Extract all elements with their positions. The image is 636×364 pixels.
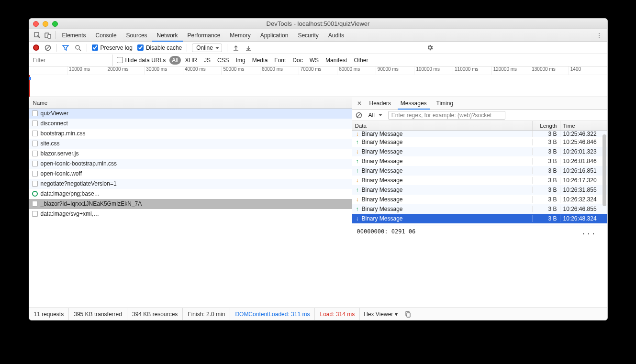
tab-sources[interactable]: Sources	[122, 29, 152, 41]
tab-headers[interactable]: Headers	[365, 97, 396, 109]
filter-icon[interactable]	[62, 44, 69, 52]
type-other[interactable]: Other	[351, 56, 370, 65]
type-font[interactable]: Font	[272, 56, 288, 65]
hex-viewer-select[interactable]: Hex Viewer▾	[360, 311, 402, 318]
disable-cache-label: Disable cache	[146, 44, 182, 51]
settings-gear-icon[interactable]	[426, 44, 434, 52]
request-name: negotiate?negotiateVersion=1	[41, 180, 117, 187]
type-css[interactable]: CSS	[215, 56, 232, 65]
message-row[interactable]: ↓Binary Message3 B10:26:01.323	[352, 147, 607, 156]
tab-network[interactable]: Network	[152, 29, 183, 41]
kebab-menu-icon[interactable]: ⋮	[594, 29, 604, 41]
col-length[interactable]: Length	[533, 121, 560, 130]
request-row[interactable]: site.css	[29, 139, 352, 149]
message-length: 3 B	[533, 131, 560, 137]
messages-scrollbar[interactable]	[602, 131, 607, 225]
request-row[interactable]: open-iconic.woff	[29, 169, 352, 179]
message-row[interactable]: ↑Binary Message3 B10:26:46.855	[352, 204, 607, 214]
tab-elements[interactable]: Elements	[57, 29, 91, 41]
request-name: bootstrap.min.css	[41, 130, 86, 137]
request-row[interactable]: open-iconic-bootstrap.min.css	[29, 159, 352, 169]
upload-har-icon[interactable]	[232, 44, 240, 52]
message-row[interactable]: ↑Binary Message3 B10:26:31.855	[352, 185, 607, 195]
arrow-up-icon: ↑	[355, 139, 360, 145]
tab-audits[interactable]: Audits	[324, 29, 349, 41]
clear-messages-icon[interactable]	[355, 111, 363, 119]
tab-timing[interactable]: Timing	[432, 97, 458, 109]
message-row[interactable]: ↑Binary Message3 B10:25:46.846	[352, 137, 607, 147]
throttling-value: Online	[196, 44, 213, 51]
type-all[interactable]: All	[169, 56, 180, 65]
message-row[interactable]: ↓Binary Message3 B10:25:46.322	[352, 131, 607, 137]
disable-cache-checkbox[interactable]: Disable cache	[137, 44, 182, 51]
inspect-icon[interactable]	[32, 29, 43, 41]
timeline-tick	[29, 66, 67, 75]
filter-input[interactable]	[29, 55, 113, 66]
overview-timeline[interactable]: 10000 ms20000 ms30000 ms40000 ms50000 ms…	[29, 66, 607, 97]
clear-icon[interactable]	[44, 44, 52, 52]
file-icon	[32, 211, 38, 217]
tab-console[interactable]: Console	[91, 29, 122, 41]
timeline-tick: 50000 ms	[221, 66, 260, 75]
message-row[interactable]: ↓Binary Message3 B10:26:17.320	[352, 176, 607, 185]
request-row[interactable]: blazor.server.js	[29, 149, 352, 159]
close-details-icon[interactable]: ✕	[354, 97, 365, 109]
message-time: 10:26:16.851	[560, 167, 607, 174]
type-js[interactable]: JS	[201, 56, 213, 65]
type-ws[interactable]: WS	[307, 56, 321, 65]
svg-rect-2	[48, 34, 51, 38]
file-icon	[32, 141, 38, 146]
col-data[interactable]: Data	[352, 121, 533, 130]
minimize-icon[interactable]	[43, 21, 48, 27]
request-row[interactable]: data:image/svg+xml,…	[29, 209, 352, 219]
preserve-log-checkbox[interactable]: Preserve log	[92, 44, 133, 51]
request-row[interactable]: disconnect	[29, 119, 352, 129]
tab-security[interactable]: Security	[293, 29, 323, 41]
message-filter-select[interactable]: All	[366, 111, 385, 120]
type-manifest[interactable]: Manifest	[323, 56, 349, 65]
tab-application[interactable]: Application	[256, 29, 293, 41]
request-row[interactable]: negotiate?negotiateVersion=1	[29, 179, 352, 189]
request-row[interactable]: bootstrap.min.css	[29, 129, 352, 139]
details-tabs: ✕ Headers Messages Timing	[352, 97, 607, 110]
messages-header: Data Length Time	[352, 121, 607, 131]
download-har-icon[interactable]	[245, 44, 252, 52]
arrow-up-icon: ↑	[355, 167, 360, 174]
throttling-select[interactable]: Online	[192, 44, 222, 52]
request-row[interactable]: _blazor?id=Iqrxx1JNEaK5GmIzEkN_7A	[29, 199, 352, 209]
message-regex-input[interactable]	[388, 111, 505, 120]
tab-memory[interactable]: Memory	[225, 29, 255, 41]
messages-toolbar: All	[352, 110, 607, 121]
search-icon[interactable]	[74, 44, 82, 52]
type-media[interactable]: Media	[250, 56, 270, 65]
type-doc[interactable]: Doc	[290, 56, 305, 65]
svg-point-5	[76, 45, 79, 49]
record-button[interactable]	[33, 44, 39, 51]
message-length: 3 B	[533, 206, 560, 212]
message-row[interactable]: ↓Binary Message3 B10:26:32.324	[352, 195, 607, 204]
timeline-tick: 120000 ms	[491, 66, 530, 75]
type-img[interactable]: Img	[234, 56, 248, 65]
message-row[interactable]: ↑Binary Message3 B10:26:01.846	[352, 156, 607, 166]
timeline-tick: 130000 ms	[530, 66, 569, 75]
message-length: 3 B	[533, 196, 560, 203]
tab-messages[interactable]: Messages	[396, 97, 432, 109]
message-length: 3 B	[533, 187, 560, 193]
device-toggle-icon[interactable]	[43, 29, 53, 41]
tab-performance[interactable]: Performance	[183, 29, 225, 41]
arrow-down-icon: ↓	[355, 196, 360, 203]
message-row[interactable]: ↓Binary Message3 B10:26:48.324	[352, 214, 607, 223]
type-xhr[interactable]: XHR	[183, 56, 200, 65]
col-time[interactable]: Time	[560, 121, 607, 130]
request-name: disconnect	[41, 120, 68, 127]
zoom-icon[interactable]	[52, 21, 58, 27]
hide-data-urls-checkbox[interactable]: Hide data URLs	[113, 57, 170, 64]
name-column-header[interactable]: Name	[29, 97, 352, 109]
message-row[interactable]: ↑Binary Message3 B10:26:16.851	[352, 166, 607, 176]
close-icon[interactable]	[33, 21, 39, 27]
request-row[interactable]: data:image/png;base…	[29, 189, 352, 199]
message-time: 10:26:32.324	[560, 196, 607, 203]
timeline-tick: 60000 ms	[260, 66, 299, 75]
copy-icon[interactable]	[402, 311, 414, 318]
request-row[interactable]: quizViewer	[29, 109, 352, 119]
